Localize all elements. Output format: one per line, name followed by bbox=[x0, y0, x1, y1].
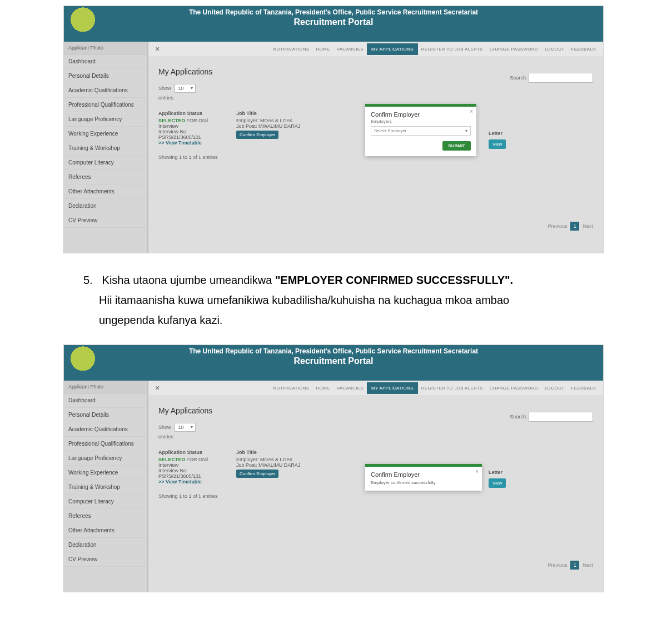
close-icon[interactable]: × bbox=[152, 383, 163, 392]
sidebar-item[interactable]: Academic Qualifications bbox=[64, 422, 147, 437]
col-status-header[interactable]: Application Status bbox=[158, 111, 220, 116]
status-selected: SELECTED bbox=[158, 457, 185, 462]
sidebar: Applicant Photo Dashboard Personal Detai… bbox=[64, 42, 148, 253]
showing-entries: Showing 1 to 1 of 1 entries bbox=[158, 493, 593, 499]
nav-my-applications[interactable]: MY APPLICATIONS bbox=[367, 43, 418, 55]
interview-no-label: Interview No: bbox=[158, 468, 188, 473]
sidebar-item[interactable]: Language Proficiency bbox=[64, 451, 147, 466]
sidebar-item[interactable]: CV Preview bbox=[64, 552, 147, 567]
select-employer-dropdown[interactable]: Select Employer bbox=[371, 126, 471, 136]
nav-logout[interactable]: LOGOUT bbox=[541, 386, 568, 391]
col-jobtitle-header[interactable]: Job Title bbox=[236, 111, 303, 116]
main-panel: × NOTIFICATIONS HOME VACANCIES MY APPLIC… bbox=[148, 42, 603, 253]
nav-vacancies[interactable]: VACANCIES bbox=[334, 47, 367, 52]
top-nav: × NOTIFICATIONS HOME VACANCIES MY APPLIC… bbox=[148, 381, 603, 395]
nav-home[interactable]: HOME bbox=[312, 386, 333, 391]
jobpost-line: Job Post: MWALIMU DARAJ bbox=[236, 123, 300, 129]
pagination: Previous 1 Next bbox=[547, 561, 593, 570]
nav-change-password[interactable]: CHANGE PASSWORD bbox=[486, 386, 541, 391]
nav-my-applications[interactable]: MY APPLICATIONS bbox=[367, 382, 418, 394]
modal-success-message: Employer confirmed successfully. bbox=[365, 478, 482, 491]
pager-page-1[interactable]: 1 bbox=[570, 222, 579, 231]
sidebar-item[interactable]: Referees bbox=[64, 170, 147, 184]
sidebar-item[interactable]: CV Preview bbox=[64, 213, 147, 228]
show-entries-select[interactable]: 10 bbox=[175, 423, 196, 432]
sidebar-item[interactable]: Other Attachments bbox=[64, 184, 147, 199]
nav-change-password[interactable]: CHANGE PASSWORD bbox=[486, 47, 541, 52]
sidebar-item[interactable]: Declaration bbox=[64, 538, 147, 552]
search-input[interactable] bbox=[529, 412, 593, 422]
pagination: Previous 1 Next bbox=[547, 222, 593, 231]
sidebar-item[interactable]: Academic Qualifications bbox=[64, 83, 147, 98]
col-status-header[interactable]: Application Status bbox=[158, 450, 220, 455]
col-jobtitle-header[interactable]: Job Title bbox=[236, 450, 303, 455]
nav-feedback[interactable]: FEEDBACK bbox=[568, 47, 600, 52]
modal-close-icon[interactable]: × bbox=[475, 468, 479, 475]
confirm-employer-button[interactable]: Confirm Employer bbox=[236, 131, 278, 139]
show-entries-select[interactable]: 10 bbox=[175, 84, 196, 93]
pager-page-1[interactable]: 1 bbox=[570, 561, 579, 570]
col-letter-header[interactable]: Letter bbox=[489, 470, 502, 475]
header-line1: The United Republic of Tanzania, Preside… bbox=[64, 347, 603, 355]
sidebar-item[interactable]: Computer Literacy bbox=[64, 495, 147, 509]
applicant-photo-label: Applicant Photo bbox=[64, 381, 147, 393]
sidebar-item[interactable]: Training & Workshop bbox=[64, 141, 147, 156]
view-letter-button[interactable]: View bbox=[489, 478, 506, 488]
pager-next[interactable]: Next bbox=[583, 562, 593, 568]
step-number: 5. bbox=[83, 270, 99, 290]
sidebar-item[interactable]: Other Attachments bbox=[64, 523, 147, 538]
status-selected: SELECTED bbox=[158, 118, 185, 123]
nav-notifications[interactable]: NOTIFICATIONS bbox=[270, 47, 312, 52]
sidebar-item[interactable]: Referees bbox=[64, 509, 147, 523]
nav-notifications[interactable]: NOTIFICATIONS bbox=[270, 386, 312, 391]
pager-prev[interactable]: Previous bbox=[547, 562, 567, 568]
employer-line: Employer: MDAs & LGAs bbox=[236, 118, 292, 123]
pager-prev[interactable]: Previous bbox=[547, 223, 567, 229]
close-icon[interactable]: × bbox=[152, 44, 163, 53]
nav-logout[interactable]: LOGOUT bbox=[541, 47, 568, 52]
content-area: My Applications Show 10 entries Search: … bbox=[148, 395, 603, 512]
emblem-icon bbox=[67, 346, 98, 377]
sidebar-item[interactable]: Personal Details bbox=[64, 408, 147, 422]
submit-button[interactable]: SUBMIT bbox=[442, 141, 471, 151]
sidebar-item[interactable]: Working Experience bbox=[64, 127, 147, 141]
view-timetable-link[interactable]: >> View Timetable bbox=[158, 140, 202, 146]
step-bold: "EMPLOYER CONFIRMED SUCCESSFULLY". bbox=[275, 274, 513, 286]
col-letter-header[interactable]: Letter bbox=[489, 131, 502, 136]
sidebar-item[interactable]: Declaration bbox=[64, 199, 147, 213]
top-nav: × NOTIFICATIONS HOME VACANCIES MY APPLIC… bbox=[148, 42, 603, 56]
view-letter-button[interactable]: View bbox=[489, 139, 506, 149]
nav-register-alerts[interactable]: REGISTER TO JOB ALERTS bbox=[418, 47, 486, 52]
modal-close-icon[interactable]: × bbox=[470, 108, 473, 114]
search-label: Search: bbox=[510, 414, 527, 420]
sidebar-item[interactable]: Language Proficiency bbox=[64, 112, 147, 127]
applicant-photo-label: Applicant Photo bbox=[64, 42, 147, 54]
header-bar: The United Republic of Tanzania, Preside… bbox=[64, 6, 603, 42]
nav-feedback[interactable]: FEEDBACK bbox=[568, 386, 600, 391]
sidebar-item[interactable]: Working Experience bbox=[64, 466, 147, 480]
sidebar-item[interactable]: Professional Qualifications bbox=[64, 437, 147, 451]
step-line3: ungependa kufanya kazi. bbox=[99, 310, 584, 330]
sidebar-item[interactable]: Personal Details bbox=[64, 69, 147, 83]
jobpost-line: Job Post: MWALIMU DARAJ bbox=[236, 462, 300, 468]
show-label: Show bbox=[158, 86, 171, 91]
header-bar: The United Republic of Tanzania, Preside… bbox=[64, 345, 603, 381]
employer-line: Employer: MDAs & LGAs bbox=[236, 457, 292, 462]
nav-home[interactable]: HOME bbox=[312, 47, 333, 52]
step-line2: Hii itamaanisha kuwa umefanikiwa kubadil… bbox=[99, 290, 584, 310]
employer-confirmed-modal: × Confirm Employer Employer confirmed su… bbox=[365, 464, 482, 491]
sidebar-item[interactable]: Dashboard bbox=[64, 54, 147, 69]
sidebar-item[interactable]: Computer Literacy bbox=[64, 156, 147, 170]
search-input[interactable] bbox=[529, 73, 593, 83]
sidebar-item[interactable]: Dashboard bbox=[64, 393, 147, 408]
nav-vacancies[interactable]: VACANCIES bbox=[334, 386, 367, 391]
sidebar-item[interactable]: Professional Qualifications bbox=[64, 98, 147, 112]
pager-next[interactable]: Next bbox=[583, 223, 593, 229]
view-timetable-link[interactable]: >> View Timetable bbox=[158, 479, 202, 485]
search-label: Search: bbox=[510, 75, 527, 81]
interview-no: PSRS/21/3605/131 bbox=[158, 473, 201, 479]
nav-register-alerts[interactable]: REGISTER TO JOB ALERTS bbox=[418, 386, 486, 391]
screenshot-1: The United Republic of Tanzania, Preside… bbox=[63, 6, 604, 253]
sidebar-item[interactable]: Training & Workshop bbox=[64, 480, 147, 495]
confirm-employer-button[interactable]: Confirm Employer bbox=[236, 470, 278, 478]
